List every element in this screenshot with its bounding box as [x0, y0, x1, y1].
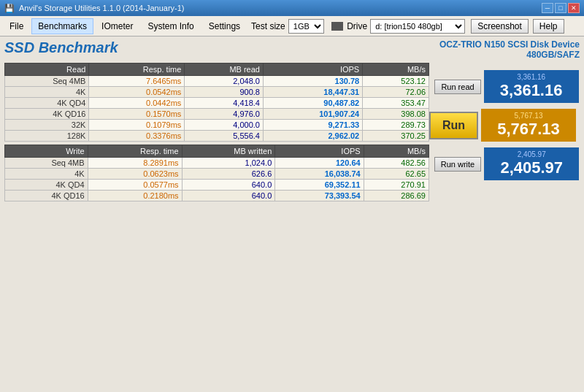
test-size-select[interactable]: 1GB 2GB 4GB: [288, 19, 324, 34]
mb-read-header: MB read: [185, 64, 264, 76]
cell-value: 4,000.0: [185, 120, 264, 131]
cell-value: 101,907.24: [263, 109, 362, 120]
read-score-display: 3,361.16 3,361.16: [484, 70, 579, 103]
row-label: 32K: [5, 120, 89, 131]
window-controls: ─ □ ✕: [542, 3, 580, 13]
write-score-large: 2,405.97: [490, 158, 573, 177]
read-table-row: 128K0.3376ms5,556.42,962.02370.25: [5, 131, 429, 142]
row-label: 4K QD16: [5, 191, 88, 201]
read-table-row: 4K QD40.0442ms4,418.490,487.82353.47: [5, 98, 429, 109]
menu-system-info[interactable]: System Info: [141, 18, 200, 34]
benchmark-title: SSD Benchmark: [4, 39, 118, 56]
read-col-header: Read: [5, 64, 89, 76]
cell-value: 69,352.11: [275, 180, 364, 191]
main-content: SSD Benchmark OCZ-TRIO N150 SCSI Disk De…: [0, 36, 584, 392]
drive-select[interactable]: d: [trion150 480gb]: [370, 19, 465, 34]
cell-value: 353.47: [363, 98, 429, 109]
drive-label: Drive: [331, 21, 367, 31]
cell-value: 523.12: [363, 76, 429, 87]
cell-value: 0.0623ms: [88, 169, 182, 180]
run-read-button[interactable]: Run read: [434, 80, 480, 94]
cell-value: 62.65: [364, 169, 429, 180]
cell-value: 270.91: [364, 180, 429, 191]
write-table-row: 4K QD40.0577ms640.069,352.11270.91: [5, 180, 429, 191]
total-score-display: 5,767.13 5,767.13: [481, 109, 576, 142]
cell-value: 370.25: [363, 131, 429, 142]
mbs-header: MB/s: [363, 64, 429, 76]
device-line1: OCZ-TRIO N150 SCSI Disk Device: [439, 39, 580, 50]
run-write-button[interactable]: Run write: [434, 157, 481, 172]
cell-value: 0.1570ms: [89, 109, 185, 120]
data-area: Read Resp. time MB read IOPS MB/s Seq 4M…: [4, 63, 580, 389]
cell-value: 120.64: [275, 158, 364, 169]
menu-benchmarks[interactable]: Benchmarks: [31, 18, 93, 34]
read-table-row: 4K0.0542ms900.818,447.3172.06: [5, 87, 429, 98]
cell-value: 0.0577ms: [88, 180, 182, 191]
cell-value: 398.08: [363, 109, 429, 120]
write-col-header: Write: [5, 145, 88, 158]
cell-value: 0.3376ms: [89, 131, 185, 142]
cell-value: 626.6: [182, 169, 275, 180]
write-score-display: 2,405.97 2,405.97: [484, 147, 579, 180]
iops-header: IOPS: [263, 64, 362, 76]
write-mb-header: MB written: [182, 145, 275, 158]
read-score-small: 3,361.16: [490, 73, 573, 81]
read-table: Read Resp. time MB read IOPS MB/s Seq 4M…: [4, 63, 429, 142]
row-label: 4K QD4: [5, 180, 88, 191]
resp-time-header: Resp. time: [89, 64, 185, 76]
drive-group: Drive d: [trion150 480gb]: [331, 19, 465, 34]
title-bar: 💾 Anvil's Storage Utilities 1.1.0 (2014-…: [0, 0, 584, 16]
menu-settings[interactable]: Settings: [202, 18, 247, 34]
cell-value: 0.1079ms: [89, 120, 185, 131]
minimize-button[interactable]: ─: [542, 3, 553, 13]
cell-value: 900.8: [185, 87, 264, 98]
cell-value: 0.0442ms: [89, 98, 185, 109]
read-table-row: Seq 4MB7.6465ms2,048.0130.78523.12: [5, 76, 429, 87]
cell-value: 482.56: [364, 158, 429, 169]
read-score-group: Run read 3,361.16 3,361.16: [437, 70, 576, 103]
write-score-group: Run write 2,405.97 2,405.97: [437, 147, 576, 180]
cell-value: 1,024.0: [182, 158, 275, 169]
score-panel: Run read 3,361.16 3,361.16 Run 5,767.13 …: [434, 63, 580, 389]
write-resp-header: Resp. time: [88, 145, 182, 158]
total-score-group: Run 5,767.13 5,767.13: [437, 109, 576, 142]
menu-iometer[interactable]: IOmeter: [95, 18, 139, 34]
cell-value: 5,556.4: [185, 131, 264, 142]
maximize-button[interactable]: □: [555, 3, 566, 13]
cell-value: 130.78: [263, 76, 362, 87]
test-size-group: Test size 1GB 2GB 4GB: [251, 19, 324, 34]
cell-value: 9,271.33: [263, 120, 362, 131]
write-mbs-header: MB/s: [364, 145, 429, 158]
cell-value: 90,487.82: [263, 98, 362, 109]
write-table-row: Seq 4MB8.2891ms1,024.0120.64482.56: [5, 158, 429, 169]
cell-value: 0.0542ms: [89, 87, 185, 98]
row-label: Seq 4MB: [5, 76, 89, 87]
run-button[interactable]: Run: [429, 112, 478, 139]
row-label: 4K QD16: [5, 109, 89, 120]
menu-file[interactable]: File: [3, 18, 30, 34]
device-line2: 480GB/SAFZ: [439, 50, 580, 60]
write-table-row: 4K QD160.2180ms640.073,393.54286.69: [5, 191, 429, 201]
cell-value: 640.0: [182, 191, 275, 201]
run-read-row: Run read 3,361.16 3,361.16: [434, 70, 578, 103]
total-score-large: 5,767.13: [487, 120, 570, 139]
tables-area: Read Resp. time MB read IOPS MB/s Seq 4M…: [4, 63, 429, 389]
help-button[interactable]: Help: [533, 19, 564, 34]
test-size-label: Test size: [251, 21, 285, 31]
total-score-small: 5,767.13: [487, 112, 570, 120]
close-button[interactable]: ✕: [568, 3, 580, 13]
cell-value: 4,976.0: [185, 109, 264, 120]
screenshot-button[interactable]: Screenshot: [471, 19, 529, 34]
row-label: 4K: [5, 169, 88, 180]
write-score-small: 2,405.97: [490, 150, 573, 158]
cell-value: 18,447.31: [263, 87, 362, 98]
read-score-large: 3,361.16: [490, 81, 573, 100]
cell-value: 640.0: [182, 180, 275, 191]
row-label: 4K QD4: [5, 98, 89, 109]
cell-value: 8.2891ms: [88, 158, 182, 169]
row-label: 4K: [5, 87, 89, 98]
run-write-row: Run write 2,405.97 2,405.97: [434, 147, 579, 180]
title-text: Anvil's Storage Utilities 1.1.0 (2014-Ja…: [19, 4, 542, 12]
cell-value: 4,418.4: [185, 98, 264, 109]
cell-value: 73,393.54: [275, 191, 364, 201]
